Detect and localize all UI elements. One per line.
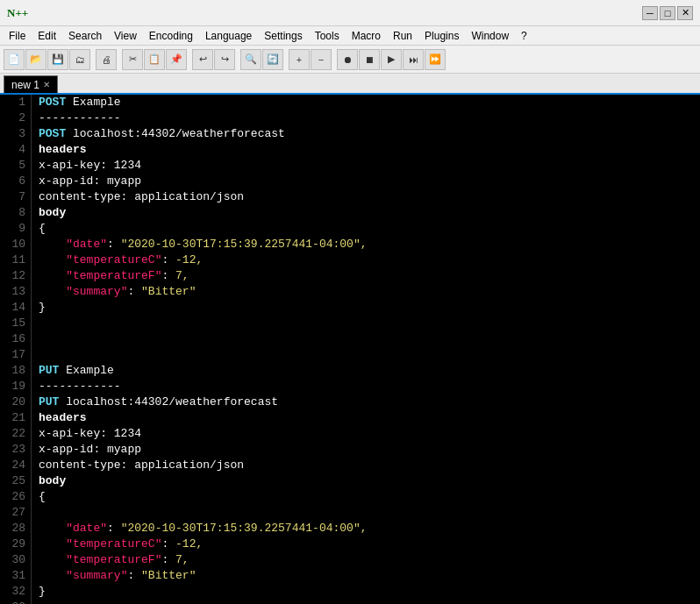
macro-stop-button[interactable]: ⏹ <box>359 49 380 70</box>
line-number: 3 <box>4 126 25 142</box>
minimize-button[interactable]: ─ <box>642 6 658 20</box>
close-button[interactable]: ✕ <box>677 6 693 20</box>
tab-label: new 1 <box>11 79 39 91</box>
line-number: 15 <box>4 316 25 331</box>
code-line: "summary": "Bitter" <box>39 568 700 584</box>
title-bar: N++ ─ □ ✕ <box>0 0 700 26</box>
macro-save-button[interactable]: ⏭ <box>403 49 424 70</box>
menu-bar: File Edit Search View Encoding Language … <box>0 26 700 46</box>
code-line: POST Example <box>39 95 700 110</box>
menu-settings[interactable]: Settings <box>259 28 307 44</box>
cut-button[interactable]: ✂ <box>122 49 143 70</box>
code-line: } <box>39 300 700 316</box>
code-line: "date": "2020-10-30T17:15:39.2257441-04:… <box>39 521 700 536</box>
code-line: "temperatureF": 7, <box>39 552 700 568</box>
line-number: 19 <box>4 379 25 394</box>
editor: 1234567891011121314151617181920212223242… <box>0 95 700 604</box>
line-number: 8 <box>4 205 25 221</box>
code-line <box>39 331 700 347</box>
code-line: headers <box>39 142 700 158</box>
code-line: x-app-id: myapp <box>39 174 700 189</box>
code-line: POST localhost:44302/weatherforecast <box>39 126 700 142</box>
undo-button[interactable]: ↩ <box>192 49 213 70</box>
line-number: 28 <box>4 521 25 536</box>
menu-encoding[interactable]: Encoding <box>144 28 198 44</box>
line-number: 12 <box>4 268 25 284</box>
menu-window[interactable]: Window <box>466 28 514 44</box>
macro-play-button[interactable]: ▶ <box>381 49 402 70</box>
line-number: 31 <box>4 568 25 584</box>
code-line: PUT localhost:44302/weatherforecast <box>39 394 700 410</box>
line-number: 13 <box>4 284 25 300</box>
menu-macro[interactable]: Macro <box>346 28 386 44</box>
line-number: 16 <box>4 331 25 347</box>
code-line: content-type: application/json <box>39 189 700 205</box>
tab-new1[interactable]: new 1 ✕ <box>4 75 58 93</box>
macro-run-button[interactable]: ⏩ <box>425 49 446 70</box>
code-line: "summary": "Bitter" <box>39 284 700 300</box>
code-line: ------------ <box>39 379 700 394</box>
line-number: 5 <box>4 158 25 174</box>
code-line: "temperatureF": 7, <box>39 268 700 284</box>
menu-view[interactable]: View <box>109 28 142 44</box>
code-line: } <box>39 584 700 600</box>
code-line <box>39 505 700 521</box>
line-number: 25 <box>4 473 25 489</box>
code-line: { <box>39 489 700 505</box>
code-line: ------------ <box>39 110 700 126</box>
line-numbers: 1234567891011121314151617181920212223242… <box>0 95 32 604</box>
tab-close-button[interactable]: ✕ <box>43 80 50 89</box>
open-button[interactable]: 📂 <box>25 49 46 70</box>
copy-button[interactable]: 📋 <box>144 49 165 70</box>
zoom-in-button[interactable]: + <box>289 49 310 70</box>
save-button[interactable]: 💾 <box>47 49 68 70</box>
line-number: 29 <box>4 536 25 552</box>
line-number: 10 <box>4 237 25 252</box>
line-number: 17 <box>4 347 25 363</box>
code-area[interactable]: POST Example------------POST localhost:4… <box>32 95 700 604</box>
code-line: x-app-id: myapp <box>39 442 700 458</box>
zoom-out-button[interactable]: − <box>311 49 332 70</box>
line-number: 9 <box>4 221 25 237</box>
code-line: "date": "2020-10-30T17:15:39.2257441-04:… <box>39 237 700 252</box>
line-number: 30 <box>4 552 25 568</box>
line-number: 2 <box>4 110 25 126</box>
line-number: 4 <box>4 142 25 158</box>
code-line: { <box>39 221 700 237</box>
menu-plugins[interactable]: Plugins <box>419 28 464 44</box>
code-line: "temperatureC": -12, <box>39 536 700 552</box>
line-number: 23 <box>4 442 25 458</box>
menu-tools[interactable]: Tools <box>310 28 345 44</box>
code-line: PUT Example <box>39 363 700 379</box>
replace-button[interactable]: 🔄 <box>262 49 283 70</box>
menu-language[interactable]: Language <box>200 28 257 44</box>
paste-button[interactable]: 📌 <box>166 49 187 70</box>
menu-search[interactable]: Search <box>63 28 107 44</box>
line-number: 32 <box>4 584 25 600</box>
line-number: 1 <box>4 95 25 110</box>
new-button[interactable]: 📄 <box>4 49 25 70</box>
menu-help[interactable]: ? <box>516 28 532 44</box>
menu-edit[interactable]: Edit <box>32 28 61 44</box>
line-number: 20 <box>4 394 25 410</box>
code-line <box>39 316 700 331</box>
menu-file[interactable]: File <box>4 28 31 44</box>
line-number: 26 <box>4 489 25 505</box>
find-button[interactable]: 🔍 <box>240 49 261 70</box>
save-all-button[interactable]: 🗂 <box>69 49 90 70</box>
line-number: 33 <box>4 600 25 604</box>
code-line: headers <box>39 410 700 426</box>
line-number: 27 <box>4 505 25 521</box>
code-line <box>39 600 700 604</box>
line-number: 11 <box>4 252 25 268</box>
menu-run[interactable]: Run <box>388 28 418 44</box>
redo-button[interactable]: ↪ <box>214 49 235 70</box>
code-line: "temperatureC": -12, <box>39 252 700 268</box>
line-number: 14 <box>4 300 25 316</box>
line-number: 24 <box>4 458 25 473</box>
print-button[interactable]: 🖨 <box>96 49 117 70</box>
code-line: x-api-key: 1234 <box>39 426 700 442</box>
maximize-button[interactable]: □ <box>660 6 675 20</box>
macro-record-button[interactable]: ⏺ <box>337 49 358 70</box>
line-number: 22 <box>4 426 25 442</box>
